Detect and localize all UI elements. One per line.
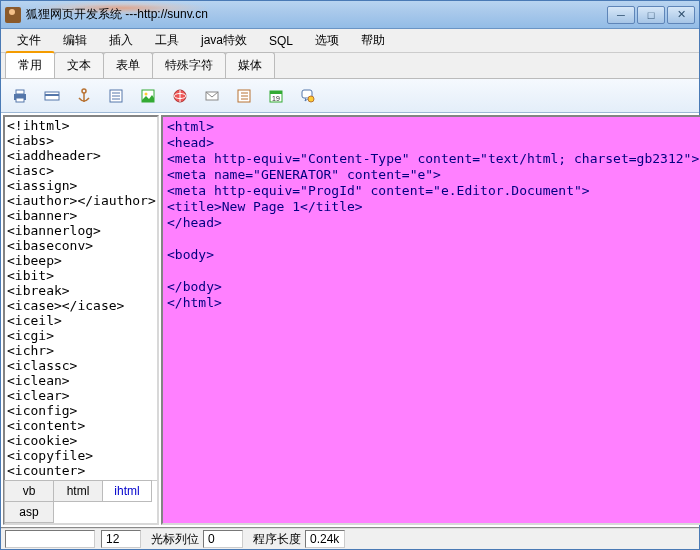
- list-item[interactable]: <ibaseconv>: [7, 238, 155, 253]
- menu-帮助[interactable]: 帮助: [351, 29, 395, 52]
- chat-icon[interactable]: [297, 85, 319, 107]
- list-item[interactable]: <icontent>: [7, 418, 155, 433]
- list-item[interactable]: <iaddheader>: [7, 148, 155, 163]
- list-item[interactable]: <ibanner>: [7, 208, 155, 223]
- list-item[interactable]: <iassign>: [7, 178, 155, 193]
- list-icon[interactable]: [233, 85, 255, 107]
- menu-编辑[interactable]: 编辑: [53, 29, 97, 52]
- close-button[interactable]: ✕: [667, 6, 695, 24]
- mail-icon[interactable]: [201, 85, 223, 107]
- list-item[interactable]: <ibit>: [7, 268, 155, 283]
- list-item[interactable]: <iconfig>: [7, 403, 155, 418]
- menu-工具[interactable]: 工具: [145, 29, 189, 52]
- tab-文本[interactable]: 文本: [54, 52, 104, 78]
- editor-panel: <html> <head> <meta http-equiv="Content-…: [161, 115, 700, 525]
- sidebar: <!ihtml><iabs><iaddheader><iasc><iassign…: [3, 115, 159, 525]
- calendar-icon[interactable]: 19: [265, 85, 287, 107]
- tab-表单[interactable]: 表单: [103, 52, 153, 78]
- lang-tabs: vbhtmlihtmlasp: [5, 480, 157, 523]
- status-leading: [5, 530, 95, 548]
- list-item[interactable]: <iauthor></iauthor>: [7, 193, 155, 208]
- tag-list[interactable]: <!ihtml><iabs><iaddheader><iasc><iassign…: [5, 117, 157, 480]
- menubar: 文件编辑插入工具java特效SQL选项帮助: [1, 29, 699, 53]
- image-icon[interactable]: [137, 85, 159, 107]
- list-item[interactable]: <icgi>: [7, 328, 155, 343]
- list-item[interactable]: <icase></icase>: [7, 298, 155, 313]
- col-label: 光标列位: [147, 531, 203, 548]
- svg-rect-1: [16, 90, 24, 94]
- langtab-asp[interactable]: asp: [4, 501, 54, 523]
- category-tabs: 常用文本表单特殊字符媒体: [1, 53, 699, 79]
- list-item[interactable]: <iclean>: [7, 373, 155, 388]
- col-value: 0: [203, 530, 243, 548]
- list-item[interactable]: <ibannerlog>: [7, 223, 155, 238]
- line-number: 12: [101, 530, 141, 548]
- main-area: <!ihtml><iabs><iaddheader><iasc><iassign…: [1, 113, 699, 527]
- card-icon[interactable]: [41, 85, 63, 107]
- list-item[interactable]: <!ihtml>: [7, 118, 155, 133]
- toolbar: 19: [1, 79, 699, 113]
- svg-rect-4: [45, 94, 59, 96]
- window-title: 狐狸网页开发系统 ---http://sunv.cn: [26, 6, 607, 23]
- tab-常用[interactable]: 常用: [5, 51, 55, 78]
- menu-SQL[interactable]: SQL: [259, 31, 303, 51]
- list-item[interactable]: <iabs>: [7, 133, 155, 148]
- main-window: 狐狸网页开发系统 ---http://sunv.cn ─ □ ✕ 文件编辑插入工…: [0, 0, 700, 550]
- list-item[interactable]: <icopyfile>: [7, 448, 155, 463]
- statusbar: 12 光标列位 0 程序长度 0.24k: [1, 527, 699, 549]
- list-item[interactable]: <iasc>: [7, 163, 155, 178]
- len-value: 0.24k: [305, 530, 345, 548]
- anchor-icon[interactable]: [73, 85, 95, 107]
- globe-icon[interactable]: [169, 85, 191, 107]
- svg-point-5: [82, 89, 86, 93]
- form-icon[interactable]: [105, 85, 127, 107]
- app-icon: [5, 7, 21, 23]
- list-item[interactable]: <iclassc>: [7, 358, 155, 373]
- tab-媒体[interactable]: 媒体: [225, 52, 275, 78]
- list-item[interactable]: <iclear>: [7, 388, 155, 403]
- svg-rect-2: [16, 98, 24, 102]
- svg-point-25: [308, 96, 314, 102]
- svg-text:19: 19: [272, 95, 280, 102]
- tab-特殊字符[interactable]: 特殊字符: [152, 52, 226, 78]
- langtab-ihtml[interactable]: ihtml: [102, 480, 152, 502]
- list-item[interactable]: <ichr>: [7, 343, 155, 358]
- print-icon[interactable]: [9, 85, 31, 107]
- minimize-button[interactable]: ─: [607, 6, 635, 24]
- svg-point-12: [145, 92, 148, 95]
- maximize-button[interactable]: □: [637, 6, 665, 24]
- svg-rect-22: [270, 91, 282, 94]
- list-item[interactable]: <icookie>: [7, 433, 155, 448]
- menu-java特效[interactable]: java特效: [191, 29, 257, 52]
- code-editor[interactable]: <html> <head> <meta http-equiv="Content-…: [161, 115, 700, 525]
- list-item[interactable]: <icounter>: [7, 463, 155, 478]
- list-item[interactable]: <iceil>: [7, 313, 155, 328]
- list-item[interactable]: <ibreak>: [7, 283, 155, 298]
- menu-选项[interactable]: 选项: [305, 29, 349, 52]
- titlebar[interactable]: 狐狸网页开发系统 ---http://sunv.cn ─ □ ✕: [1, 1, 699, 29]
- langtab-html[interactable]: html: [53, 480, 103, 502]
- menu-文件[interactable]: 文件: [7, 29, 51, 52]
- menu-插入[interactable]: 插入: [99, 29, 143, 52]
- langtab-vb[interactable]: vb: [4, 480, 54, 502]
- len-label: 程序长度: [249, 531, 305, 548]
- list-item[interactable]: <ibeep>: [7, 253, 155, 268]
